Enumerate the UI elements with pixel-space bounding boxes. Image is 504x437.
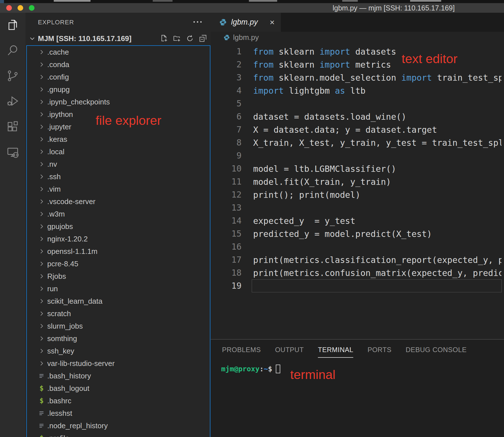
- terminal[interactable]: mjm@proxy:~$: [221, 365, 504, 373]
- tree-item-gnupg[interactable]: .gnupg: [27, 83, 210, 96]
- explorer-sidebar: EXPLORER MJM [SSH: 110.165.17.169] .cach…: [25, 13, 211, 437]
- minimize-window-button[interactable]: [18, 5, 23, 11]
- code-line[interactable]: 3 from sklearn.model_selection import tr…: [211, 71, 504, 84]
- shell-file-icon: $: [38, 434, 46, 437]
- tree-item-gpujobs[interactable]: gpujobs: [27, 220, 210, 233]
- tree-item-config[interactable]: .config: [27, 71, 210, 83]
- line-number: 10: [211, 162, 249, 175]
- refresh-icon[interactable]: [186, 35, 194, 42]
- shell-file-icon: $: [38, 384, 46, 392]
- line-number: 16: [211, 240, 249, 253]
- text-file-icon: [38, 372, 46, 380]
- tree-item-w3m[interactable]: .w3m: [27, 208, 210, 220]
- tree-item-vim[interactable]: .vim: [27, 183, 210, 195]
- code-line[interactable]: 2 from sklearn import metrics: [211, 58, 504, 71]
- tree-item-jupyter[interactable]: .jupyter: [27, 121, 210, 133]
- code-line[interactable]: 13: [211, 201, 504, 214]
- more-actions-icon[interactable]: [193, 21, 202, 23]
- tree-item-cache[interactable]: .cache: [27, 46, 210, 58]
- code-line[interactable]: 8 X_train, X_test, y_train, y_test = tra…: [211, 136, 504, 149]
- code-line[interactable]: 19: [211, 279, 504, 292]
- code-text: [252, 201, 502, 214]
- tree-item-rjobs[interactable]: Rjobs: [27, 270, 210, 282]
- chevron-right-icon: [38, 247, 46, 255]
- code-line[interactable]: 1 from sklearn import datasets: [211, 45, 504, 58]
- activity-item-search[interactable]: [0, 38, 25, 64]
- tree-item-somthing[interactable]: somthing: [27, 332, 210, 345]
- tree-item-slurm-jobs[interactable]: slurm_jobs: [27, 320, 210, 332]
- tree-item-label: run: [47, 284, 58, 293]
- activity-item-source-control[interactable]: [0, 64, 25, 89]
- chevron-right-icon: [38, 222, 46, 230]
- panel-tab-debug-console[interactable]: DEBUG CONSOLE: [406, 346, 467, 354]
- line-number: 7: [211, 123, 249, 136]
- workspace-section-header[interactable]: MJM [SSH: 110.165.17.169]: [25, 32, 211, 45]
- activity-item-remote-explorer[interactable]: [0, 140, 25, 166]
- panel-tab-terminal[interactable]: TERMINAL: [318, 346, 353, 354]
- chevron-right-icon: [38, 61, 46, 68]
- tree-item-run[interactable]: run: [27, 282, 210, 295]
- tree-item-ipython[interactable]: .ipython: [27, 108, 210, 121]
- terminal-path: ~: [264, 365, 268, 373]
- activity-item-explorer[interactable]: [0, 13, 25, 38]
- vscode-window: lgbm.py — mjm [SSH: 110.165.17.169]: [0, 0, 504, 437]
- code-line[interactable]: 15 predicted_y = model.predict(X_test): [211, 227, 504, 240]
- panel-tab-output[interactable]: OUTPUT: [275, 346, 304, 354]
- tree-item-nv[interactable]: .nv: [27, 158, 210, 170]
- tree-item-ssh-key[interactable]: ssh_key: [27, 345, 210, 357]
- breadcrumb-file[interactable]: lgbm.py: [233, 33, 259, 42]
- tree-item-bash-history[interactable]: .bash_history: [27, 370, 210, 382]
- code-editor[interactable]: 1 from sklearn import datasets 2 from sk…: [211, 43, 504, 339]
- tree-item-ipynb-checkpoints[interactable]: .ipynb_checkpoints: [27, 96, 210, 108]
- new-file-icon[interactable]: [160, 35, 168, 42]
- tree-item-openssl-1-1-1m[interactable]: openssl-1.1.1m: [27, 245, 210, 258]
- code-line[interactable]: 9: [211, 149, 504, 162]
- code-line[interactable]: 11 model.fit(X_train, y_train): [211, 175, 504, 188]
- line-number: 9: [211, 149, 249, 162]
- tree-item-label: scikit_learn_data: [47, 297, 102, 306]
- tree-item-label: .bashrc: [47, 397, 71, 405]
- panel-tab-problems[interactable]: PROBLEMS: [222, 346, 261, 354]
- code-line[interactable]: 17 print(metrics.classification_report(e…: [211, 253, 504, 266]
- tree-item-profile[interactable]: $ .profile: [27, 432, 210, 437]
- tree-item-conda[interactable]: .conda: [27, 58, 210, 71]
- activity-item-run-and-debug[interactable]: [0, 89, 25, 115]
- new-folder-icon[interactable]: [173, 35, 181, 42]
- tree-item-node-repl-history[interactable]: .node_repl_history: [27, 419, 210, 432]
- zoom-window-button[interactable]: [29, 5, 35, 11]
- close-window-button[interactable]: [6, 5, 12, 11]
- panel-tab-ports[interactable]: PORTS: [367, 346, 391, 354]
- close-tab-icon[interactable]: ×: [270, 18, 275, 27]
- code-line[interactable]: 5: [211, 97, 504, 110]
- line-number: 8: [211, 136, 249, 149]
- tree-item-scikit-learn-data[interactable]: scikit_learn_data: [27, 295, 210, 307]
- tree-item-label: ssh_key: [47, 347, 74, 355]
- window-title: lgbm.py — mjm [SSH: 110.165.17.169]: [333, 3, 455, 13]
- tree-item-nginx-1-20-2[interactable]: nginx-1.20.2: [27, 233, 210, 245]
- chevron-right-icon: [38, 148, 46, 156]
- code-line[interactable]: 16: [211, 240, 504, 253]
- code-line[interactable]: 12 print(); print(model): [211, 188, 504, 201]
- tree-item-keras[interactable]: .keras: [27, 133, 210, 145]
- tree-item-bashrc[interactable]: $ .bashrc: [27, 395, 210, 407]
- code-line[interactable]: 7 X = dataset.data; y = dataset.target: [211, 123, 504, 136]
- tree-item-vscode-server[interactable]: .vscode-server: [27, 195, 210, 208]
- collapse-all-icon[interactable]: [199, 35, 207, 42]
- code-line[interactable]: 6 dataset = datasets.load_wine(): [211, 110, 504, 123]
- tree-item-lesshst[interactable]: .lesshst: [27, 407, 210, 419]
- tree-item-local[interactable]: .local: [27, 145, 210, 158]
- tree-item-pcre-8-45[interactable]: pcre-8.45: [27, 258, 210, 270]
- tree-item-ssh[interactable]: .ssh: [27, 170, 210, 183]
- line-number: 15: [211, 227, 249, 240]
- tree-item-bash-logout[interactable]: $ .bash_logout: [27, 382, 210, 395]
- code-line[interactable]: 4 import lightgbm as ltb: [211, 84, 504, 97]
- code-line[interactable]: 18 print(metrics.confusion_matrix(expect…: [211, 266, 504, 279]
- tree-item-scratch[interactable]: scratch: [27, 307, 210, 320]
- tree-item-label: var-lib-rstudio-server: [47, 359, 115, 368]
- code-line[interactable]: 14 expected_y = y_test: [211, 214, 504, 227]
- code-line[interactable]: 10 model = ltb.LGBMClassifier(): [211, 162, 504, 175]
- activity-item-extensions[interactable]: [0, 115, 25, 140]
- chevron-right-icon: [38, 310, 46, 318]
- tree-item-var-lib-rstudio-server[interactable]: var-lib-rstudio-server: [27, 357, 210, 370]
- tab-lgbm-py[interactable]: lgbm.py ×: [211, 13, 281, 32]
